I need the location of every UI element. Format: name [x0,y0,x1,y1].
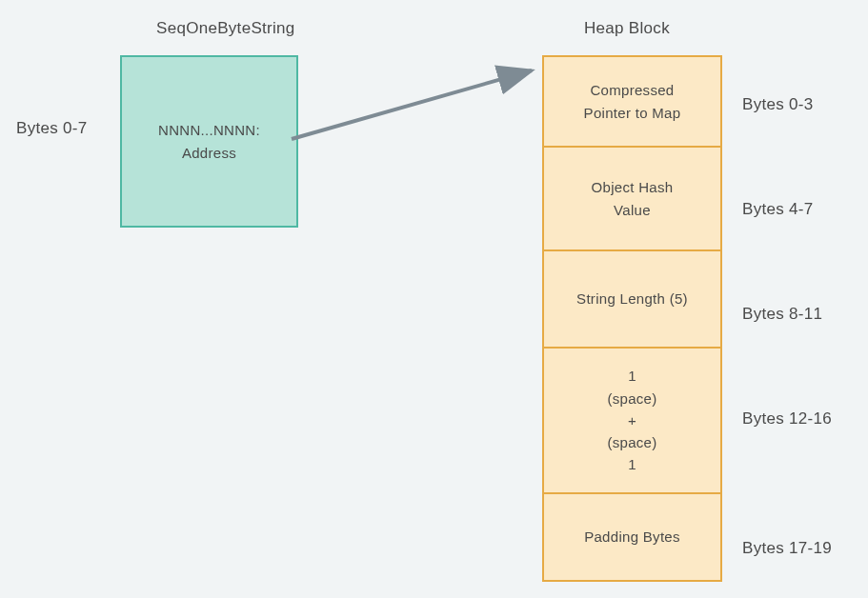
bytes-label-1: Bytes 4-7 [742,200,814,219]
bytes-label-4: Bytes 17-19 [742,539,832,558]
address-line2: Address [182,142,236,165]
cell-text: Value [614,199,651,221]
heap-cell-map-pointer: Compressed Pointer to Map [542,55,722,148]
heap-cell-padding: Padding Bytes [542,492,722,582]
seqonebytestring-title: SeqOneByteString [156,19,295,38]
pointer-arrow [286,48,553,162]
heap-block-title: Heap Block [584,19,670,38]
cell-text: Pointer to Map [584,102,681,124]
svg-line-1 [292,70,532,139]
heap-cell-chars: 1 (space) + (space) 1 [542,347,722,494]
left-bytes-label: Bytes 0-7 [16,119,88,138]
heap-cell-length: String Length (5) [542,249,722,349]
cell-text: 1 [628,365,636,387]
cell-text: Padding Bytes [584,526,680,548]
bytes-label-3: Bytes 12-16 [742,409,832,429]
bytes-label-0: Bytes 0-3 [742,95,814,114]
cell-text: String Length (5) [576,288,688,309]
cell-text: 1 [628,453,636,475]
heap-block-column: Compressed Pointer to Map Object Hash Va… [542,55,722,582]
cell-text: Object Hash [592,176,674,198]
bytes-label-2: Bytes 8-11 [742,305,822,324]
cell-text: (space) [607,388,656,409]
cell-text: + [628,409,636,431]
address-line1: NNNN...NNNN: [158,119,260,142]
heap-cell-hash: Object Hash Value [542,146,722,251]
address-box: NNNN...NNNN: Address [120,55,298,228]
cell-text: Compressed [590,79,674,101]
cell-text: (space) [607,431,656,453]
